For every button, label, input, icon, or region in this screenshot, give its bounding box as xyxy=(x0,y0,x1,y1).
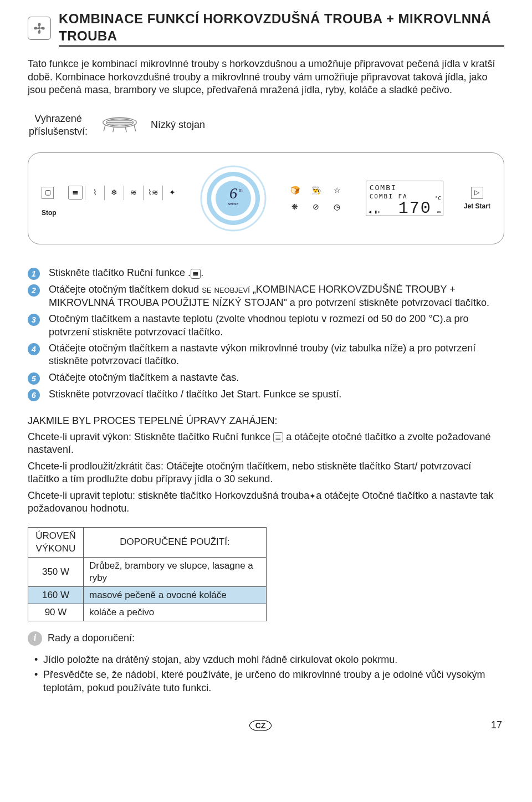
table-head-power: ÚROVEŇ VÝKONU xyxy=(28,528,84,557)
preset-icons: 🍞 👨‍🍳 ☆ ❋ ⊘ ◷ xyxy=(287,183,345,213)
control-panel: ▢ ≣ ⌇ ❄ ≋ ⌇≋ ✦ Stop 6 th sense 🍞 👨‍🍳 ☆ ❋… xyxy=(28,152,504,244)
tips-list: Jídlo položte na drátěný stojan, aby vzd… xyxy=(28,653,504,694)
adjust-temp-text: Chcete-li upravit teplotu: stiskněte tla… xyxy=(28,489,504,515)
accessory-row: Vyhrazené příslušenství: Nízký stojan xyxy=(28,113,504,139)
step-item: 2 Otáčejte otočným tlačítkem dokud se ne… xyxy=(28,283,504,309)
step-text: Stiskněte tlačítko Ruční funkce .. xyxy=(49,267,504,280)
defrost-icon[interactable]: ❄ xyxy=(107,187,121,197)
svg-text:6: 6 xyxy=(229,185,237,202)
rotary-dial[interactable]: 6 th sense xyxy=(200,165,267,232)
language-badge: CZ xyxy=(249,720,272,731)
step-item: 5 Otáčejte otočným tlačítkem a nastavte … xyxy=(28,371,504,385)
adjust-power-text: Chcete-li upravit výkon: Stiskněte tlačí… xyxy=(28,431,504,457)
fan-icon[interactable]: ✦ xyxy=(165,187,180,197)
step-number: 2 xyxy=(28,284,40,297)
accessory-name: Nízký stojan xyxy=(151,119,205,131)
stop-button[interactable]: ▢ xyxy=(42,187,54,199)
svg-text:th: th xyxy=(239,188,243,193)
step-text: Otáčejte otočným tlačítkem a nastavte ča… xyxy=(49,371,504,385)
manual-function-inline-icon xyxy=(191,269,201,279)
info-icon: i xyxy=(28,631,42,646)
after-start-heading: Jakmile byl proces tepelné úpravy zaháje… xyxy=(28,415,504,427)
lcd-line1: COMBI xyxy=(370,183,439,193)
step-number: 1 xyxy=(28,268,40,280)
page-footer: CZ 17 xyxy=(28,719,504,732)
accessory-label: Vyhrazené příslušenství: xyxy=(28,113,89,139)
step-number: 3 xyxy=(28,314,40,326)
table-row: 350 W Drůbež, brambory ve slupce, lasagn… xyxy=(28,557,267,586)
step-item: 3 Otočným tlačítkem a nastavte teplotu (… xyxy=(28,313,504,339)
bread-icon[interactable]: 🍞 xyxy=(287,183,303,197)
jet-start-button[interactable]: ▷ xyxy=(471,187,483,199)
microwave-icon[interactable]: ≋ xyxy=(126,187,141,197)
tip-item: Jídlo položte na drátěný stojan, aby vzd… xyxy=(43,653,504,666)
tips-heading: Rady a doporučení: xyxy=(48,632,135,645)
step-item: 1 Stiskněte tlačítko Ruční funkce .. xyxy=(28,267,504,280)
adjust-time-text: Chcete-li prodloužit/zkrátit čas: Otáčej… xyxy=(28,460,504,486)
table-row: 90 W koláče a pečivo xyxy=(28,604,267,621)
table-row: 160 W masové pečeně a ovocné koláče xyxy=(28,586,267,604)
manual-function-icon[interactable]: ≣ xyxy=(68,186,83,199)
fan-inline-icon: ✦ xyxy=(309,491,316,501)
step-number: 4 xyxy=(28,343,40,355)
grill-combo-icon[interactable]: ⌇≋ xyxy=(146,187,160,197)
steam-icon[interactable]: ❋ xyxy=(287,200,303,213)
stop-label: Stop xyxy=(42,209,180,218)
favorite-icon[interactable]: ☆ xyxy=(329,183,345,197)
lcd-display: COMBI COMBI FA 170 °C ◀ ▮✦ ▭ xyxy=(366,181,443,216)
chef-icon[interactable]: 👨‍🍳 xyxy=(308,183,324,197)
intro-paragraph: Tato funkce je kombinací mikrovlnné trou… xyxy=(28,58,504,96)
table-head-use: DOPORUČENÉ POUŽITÍ: xyxy=(84,528,267,557)
step-text: Otáčejte otočným tlačítkem a nastavte vý… xyxy=(49,342,504,368)
lcd-battery-icon: ▭ xyxy=(437,209,440,216)
lcd-arrow-icon: ◀ ▮✦ xyxy=(369,209,381,216)
svg-text:sense: sense xyxy=(228,202,239,206)
step-number: 5 xyxy=(28,372,40,385)
page-header: KOMBINACE FUNKCÍ HORKOVZDUŠNÁ TROUBA + M… xyxy=(28,10,504,47)
step-item: 6 Stiskněte potvrzovací tlačítko / tlačí… xyxy=(28,388,504,401)
step-text: Stiskněte potvrzovací tlačítko / tlačítk… xyxy=(49,388,504,401)
lcd-unit: °C xyxy=(435,196,441,202)
timer-icon[interactable]: ◷ xyxy=(329,200,345,213)
grill-icon[interactable]: ⌇ xyxy=(88,187,102,197)
after-start-section: Jakmile byl proces tepelné úpravy zaháje… xyxy=(28,415,504,515)
mode-icon-strip: ≣ ⌇ ❄ ≋ ⌇≋ ✦ xyxy=(68,180,180,206)
low-rack-icon xyxy=(100,115,140,136)
step-text: Otočným tlačítkem a nastavte teplotu (zv… xyxy=(49,313,504,339)
steps-list: 1 Stiskněte tlačítko Ruční funkce .. 2 O… xyxy=(28,267,504,401)
page-number: 17 xyxy=(491,719,502,732)
step-text: Otáčejte otočným tlačítkem dokud se neob… xyxy=(49,283,504,309)
manual-function-inline-icon xyxy=(273,432,283,442)
tip-item: Přesvědčte se, že nádobí, které používát… xyxy=(43,668,504,694)
crisp-icon[interactable]: ⊘ xyxy=(308,200,324,213)
jet-start-label: Jet Start xyxy=(464,202,490,211)
fan-mode-icon xyxy=(28,17,51,40)
step-number: 6 xyxy=(28,389,40,401)
tips-heading-row: i Rady a doporučení: xyxy=(28,631,504,646)
step-item: 4 Otáčejte otočným tlačítkem a nastavte … xyxy=(28,342,504,368)
page-title: KOMBINACE FUNKCÍ HORKOVZDUŠNÁ TROUBA + M… xyxy=(59,10,504,47)
power-table: ÚROVEŇ VÝKONU DOPORUČENÉ POUŽITÍ: 350 W … xyxy=(28,527,267,621)
svg-point-0 xyxy=(38,27,40,29)
